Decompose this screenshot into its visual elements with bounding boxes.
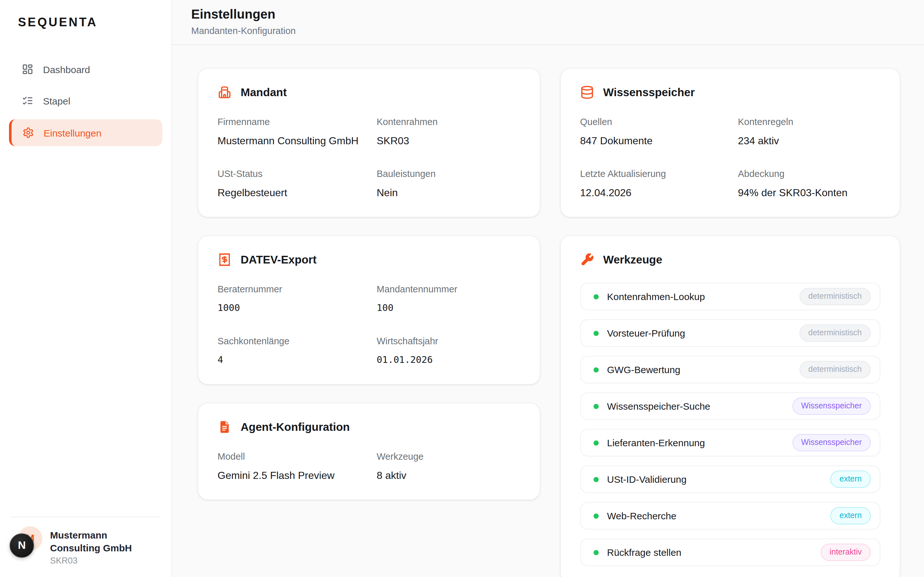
sidebar-item-label: Einstellungen — [44, 127, 102, 138]
field-value: 4 — [218, 353, 361, 367]
tools-list: Kontenrahmen-Lookup deterministisch Vors… — [580, 283, 880, 566]
tool-row-ust-id-validierung: USt-ID-Validierung extern — [580, 466, 880, 493]
field-firmenname: Firmenname Mustermann Consulting GmbH — [218, 115, 361, 148]
sidebar-item-label: Dashboard — [43, 64, 90, 75]
status-dot-icon — [594, 404, 599, 409]
sidebar-item-einstellungen[interactable]: Einstellungen — [9, 119, 162, 146]
gear-icon — [23, 127, 34, 139]
status-dot-icon — [594, 330, 599, 335]
database-icon — [580, 85, 594, 99]
status-dot-icon — [594, 513, 599, 518]
field-label: Werkzeuge — [376, 450, 520, 463]
sidebar: SEQUENTA Dashboard Stapel Einstellungen — [0, 0, 172, 577]
field-label: Bauleistungen — [376, 167, 520, 180]
tool-row-gwg-bewertung: GWG-Bewertung deterministisch — [580, 356, 880, 384]
sidebar-item-label: Stapel — [43, 95, 70, 106]
field-wirtschaftsjahr: Wirtschaftsjahr 01.01.2026 — [376, 335, 520, 367]
user-meta: Mustermann Consulting GmbH SKR03 — [50, 527, 141, 566]
tool-name: Wissensspeicher-Suche — [607, 401, 710, 412]
tool-badge: deterministisch — [799, 324, 871, 342]
field-value: Nein — [376, 185, 520, 200]
receipt-icon — [218, 253, 232, 267]
field-quellen: Quellen 847 Dokumente — [580, 115, 722, 148]
field-value: 847 Dokumente — [580, 133, 722, 148]
card-title: Agent-Konfiguration — [241, 420, 350, 434]
field-modell: Modell Gemini 2.5 Flash Preview — [218, 450, 361, 483]
card-datev-export: DATEV-Export Beraternummer 1000 Mandante… — [198, 235, 540, 385]
tool-name: Vorsteuer-Prüfung — [607, 327, 685, 338]
card-mandant: Mandant Firmenname Mustermann Consulting… — [198, 68, 540, 218]
content-grid: Mandant Firmenname Mustermann Consulting… — [172, 45, 924, 577]
tool-row-wissensspeicher-suche: Wissensspeicher-Suche Wissensspeicher — [580, 392, 880, 420]
tool-badge: extern — [830, 507, 871, 524]
nextjs-dev-badge[interactable]: N — [10, 533, 34, 558]
sidebar-item-dashboard[interactable]: Dashboard — [9, 56, 162, 82]
dashboard-icon — [22, 63, 33, 75]
sidebar-nav: Dashboard Stapel Einstellungen — [0, 56, 171, 516]
field-value: Mustermann Consulting GmbH — [218, 133, 361, 148]
tool-name: Lieferanten-Erkennung — [607, 437, 705, 448]
field-werkzeuge-count: Werkzeuge 8 aktiv — [376, 450, 520, 483]
card-agent-konfiguration: Agent-Konfiguration Modell Gemini 2.5 Fl… — [198, 403, 540, 500]
app-window: SEQUENTA Dashboard Stapel Einstellungen — [0, 0, 924, 577]
field-kontenrahmen: Kontenrahmen SKR03 — [376, 115, 520, 148]
field-label: Letzte Aktualisierung — [580, 167, 722, 180]
tool-row-vorsteuer-pruefung: Vorsteuer-Prüfung deterministisch — [580, 319, 880, 347]
tool-badge: interaktiv — [821, 544, 871, 561]
tool-name: Web-Recherche — [607, 510, 676, 521]
wrench-icon — [580, 253, 594, 267]
card-title: Mandant — [241, 85, 287, 99]
right-column: Wissensspeicher Quellen 847 Dokumente Ko… — [560, 68, 900, 577]
tool-name: USt-ID-Validierung — [607, 474, 687, 485]
file-text-icon — [218, 420, 232, 434]
field-sachkontenlaenge: Sachkontenlänge 4 — [218, 335, 361, 367]
tool-name: Rückfrage stellen — [607, 547, 682, 558]
field-mandantennummer: Mandantennummer 100 — [376, 283, 520, 316]
field-value: 234 aktiv — [738, 133, 880, 148]
user-name: Mustermann Consulting GmbH — [50, 529, 141, 554]
page-header: Einstellungen Mandanten-Konfiguration — [172, 0, 924, 45]
building-icon — [218, 85, 232, 99]
field-label: Quellen — [580, 115, 722, 128]
field-abdeckung: Abdeckung 94% der SKR03-Konten — [738, 167, 880, 200]
field-value: SKR03 — [376, 133, 520, 148]
status-dot-icon — [594, 550, 599, 555]
field-value: Gemini 2.5 Flash Preview — [218, 468, 361, 483]
checklist-icon — [22, 95, 33, 106]
field-label: Sachkontenlänge — [218, 335, 361, 348]
tool-badge: deterministisch — [799, 361, 871, 378]
field-label: Firmenname — [218, 115, 361, 128]
card-wissensspeicher: Wissensspeicher Quellen 847 Dokumente Ko… — [560, 68, 900, 218]
field-label: Kontenregeln — [738, 115, 880, 128]
tool-badge: Wissensspeicher — [792, 434, 871, 451]
status-dot-icon — [594, 477, 599, 482]
brand-logo: SEQUENTA — [0, 0, 171, 29]
page-title: Einstellungen — [191, 6, 905, 23]
tool-name: Kontenrahmen-Lookup — [607, 291, 705, 302]
card-title: Werkzeuge — [603, 253, 662, 266]
field-letzte-aktualisierung: Letzte Aktualisierung 12.04.2026 — [580, 167, 722, 200]
field-label: Kontenrahmen — [376, 115, 520, 128]
tool-row-web-recherche: Web-Recherche extern — [580, 502, 880, 530]
tool-badge: extern — [830, 471, 871, 488]
tool-name: GWG-Bewertung — [607, 364, 680, 375]
user-subtitle: SKR03 — [50, 556, 141, 566]
card-title: DATEV-Export — [241, 253, 317, 266]
field-value: 1000 — [218, 301, 361, 316]
field-label: Abdeckung — [738, 167, 880, 180]
field-value: 100 — [376, 301, 520, 316]
tool-row-lieferanten-erkennung: Lieferanten-Erkennung Wissensspeicher — [580, 429, 880, 456]
page-subtitle: Mandanten-Konfiguration — [191, 24, 905, 37]
field-value: 94% der SKR03-Konten — [738, 185, 880, 200]
tool-row-kontenrahmen-lookup: Kontenrahmen-Lookup deterministisch — [580, 283, 880, 310]
status-dot-icon — [594, 294, 599, 299]
field-ust-status: USt-Status Regelbesteuert — [218, 167, 361, 200]
sidebar-item-stapel[interactable]: Stapel — [9, 88, 162, 113]
card-title: Wissensspeicher — [603, 85, 695, 99]
field-label: Wirtschaftsjahr — [376, 335, 520, 348]
sidebar-user-section: M N Mustermann Consulting GmbH SKR03 — [10, 516, 160, 577]
field-value: 12.04.2026 — [580, 185, 722, 200]
field-value: 01.01.2026 — [376, 353, 520, 367]
field-label: Mandantennummer — [376, 283, 520, 295]
main-area: Einstellungen Mandanten-Konfiguration Ma… — [172, 0, 924, 577]
